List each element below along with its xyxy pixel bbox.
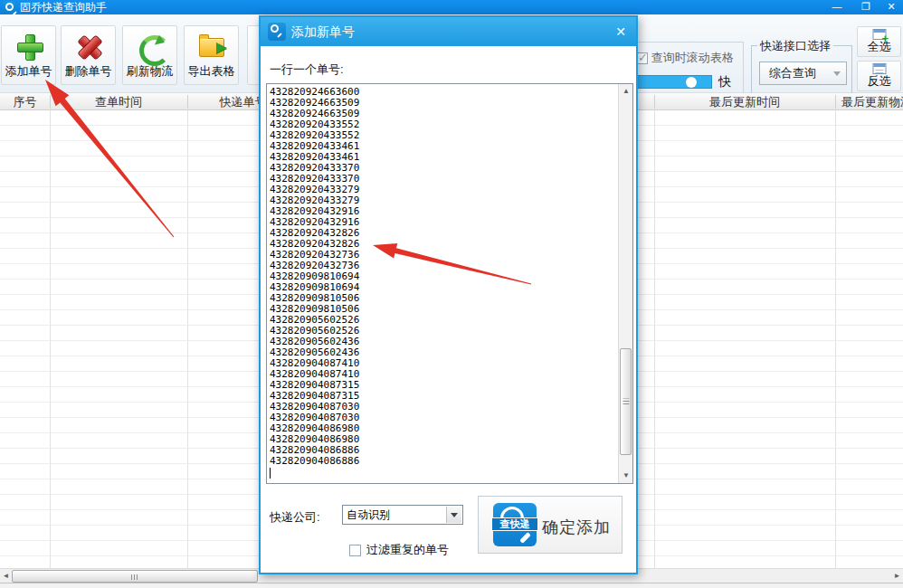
textarea-vertical-scrollbar[interactable]: ▲ ▼ <box>618 84 632 483</box>
slider-thumb-handle[interactable] <box>686 77 697 88</box>
dialog-title: 添加新单号 <box>291 24 355 41</box>
chakuaidi-logo-icon: 查快递 <box>493 503 537 546</box>
select-all-button[interactable]: 全选 <box>857 26 901 57</box>
refresh-logistics-button[interactable]: 刷新物流 <box>122 25 177 85</box>
plus-icon <box>15 33 43 60</box>
tracking-numbers-textarea[interactable]: 432820924663600 432820924663509 43282092… <box>266 83 633 484</box>
refresh-icon <box>137 33 164 60</box>
filter-duplicates-checkbox[interactable] <box>349 545 361 556</box>
column-header-update-time[interactable]: 最后更新时间 <box>654 93 835 110</box>
speed-label: 快 <box>718 74 731 90</box>
close-button[interactable]: ✕ <box>881 0 901 14</box>
filter-duplicates-label: 过滤重复的单号 <box>366 543 449 556</box>
add-tracking-dialog: 添加新单号 ✕ 一行一个单号: 432820924663600 43282092… <box>259 15 638 574</box>
column-header-update-logistics[interactable]: 最后更新物流 <box>835 93 903 110</box>
delete-tracking-button[interactable]: 删除单号 <box>61 25 116 85</box>
main-titlebar: 固乔快递查询助手 — ❐ ✕ <box>0 0 903 14</box>
scroll-down-arrow-icon[interactable]: ▼ <box>619 469 633 483</box>
export-table-button[interactable]: 导出表格 <box>184 25 239 85</box>
window-title: 固乔快递查询助手 <box>20 1 107 14</box>
maximize-button[interactable]: ❐ <box>856 0 876 14</box>
api-group-label: 快递接口选择 <box>757 38 833 54</box>
minimize-button[interactable]: — <box>827 0 847 14</box>
chevron-down-icon <box>833 71 841 76</box>
dialog-logo-icon <box>268 23 286 41</box>
vertical-scrollbar-thumb[interactable] <box>620 348 632 455</box>
text-caret <box>270 468 271 479</box>
speed-slider[interactable] <box>636 75 712 89</box>
dialog-titlebar: 添加新单号 ✕ <box>261 17 636 46</box>
column-header-index[interactable]: 序号 <box>0 93 50 110</box>
scroll-up-arrow-icon[interactable]: ▲ <box>619 84 633 99</box>
add-tracking-button[interactable]: 添加单号 <box>1 25 56 85</box>
dialog-instruction: 一行一个单号: <box>270 62 344 78</box>
tracking-numbers-text: 432820924663600 432820924663509 43282092… <box>270 87 616 467</box>
app-window: 固乔快递查询助手 — ❐ ✕ 添加单号 删除单号 刷新物流 导出表格 排 查询时 <box>0 0 903 588</box>
horizontal-scrollbar-thumb[interactable] <box>12 570 258 583</box>
scroll-right-arrow-icon[interactable]: ► <box>891 569 903 583</box>
column-header-query-time[interactable]: 查单时间 <box>50 93 187 110</box>
company-dropdown[interactable]: 自动识别 <box>342 505 463 525</box>
company-label: 快递公司: <box>270 509 320 526</box>
dialog-close-button[interactable]: ✕ <box>613 24 629 40</box>
scroll-left-arrow-icon[interactable]: ◄ <box>0 569 12 583</box>
chevron-down-icon <box>446 507 461 523</box>
status-bar <box>0 583 903 588</box>
app-logo-icon <box>3 1 15 14</box>
scroll-table-checkbox-label: 查询时滚动表格 <box>651 51 734 64</box>
confirm-add-button[interactable]: 查快递 确定添加 <box>478 496 623 554</box>
invert-selection-button[interactable]: 反选 <box>857 61 901 91</box>
api-dropdown[interactable]: 综合查询 <box>759 62 847 85</box>
export-folder-icon <box>198 33 225 60</box>
filter-duplicates-row: 过滤重复的单号 <box>349 542 449 558</box>
delete-x-icon <box>75 33 102 60</box>
